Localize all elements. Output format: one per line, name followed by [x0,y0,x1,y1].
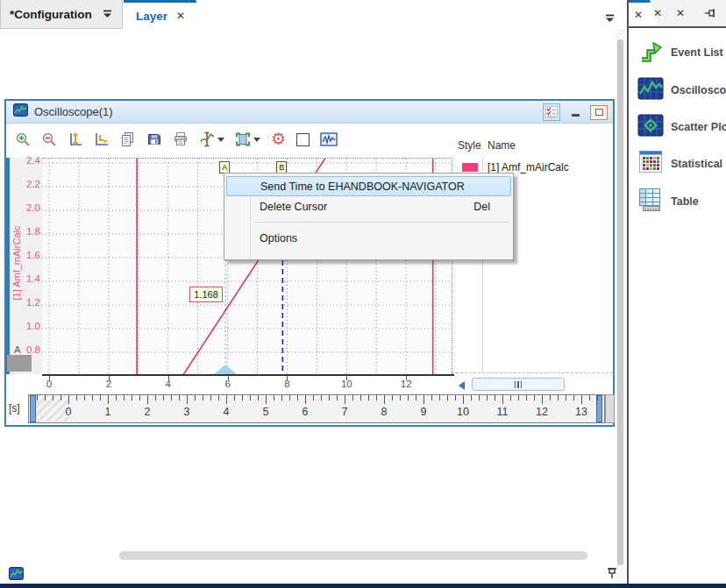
sidebar-item-label: Scatter Plot [671,121,726,133]
print-button[interactable] [171,129,190,150]
sidebar-item-event-list[interactable]: Event List [637,39,726,67]
zoom-in-button[interactable] [13,129,32,150]
ruler-number: 8 [374,406,394,418]
blank-box-icon [296,133,310,146]
ruler-tick [250,395,251,400]
ruler-tick [597,395,598,400]
ruler-tick [376,395,377,400]
x-tick-label: 12 [395,379,417,389]
chevron-down-icon[interactable] [103,6,112,22]
sidebar-item-oscilloscope[interactable]: Oscilloscope [637,76,726,104]
settings-button[interactable]: ⚙ [269,129,288,150]
ruler-tick [487,395,488,400]
ruler-tick [471,395,472,400]
document-tab-bar: *Configuration Layer ✕ [0,0,627,29]
y-tick-label: 2.2 [11,179,40,189]
ruler-tick [187,395,188,404]
main-vertical-scrollbar[interactable] [616,29,625,584]
menu-item-options[interactable]: Options [226,228,511,248]
ruler-tick [108,395,109,404]
ruler-tick [360,395,361,400]
arrange-tool-button[interactable] [233,129,262,150]
maximize-button[interactable] [590,105,608,120]
ruler-tick [542,395,543,404]
ruler-tick [53,395,53,400]
x-tick-label: 2 [97,379,120,389]
legend-scroll-left-arrow[interactable] [459,381,465,390]
legend-signal-name[interactable]: [1] Amf_mAirCalc [488,161,569,174]
ruler-tick [384,395,385,404]
ruler-tick [226,395,227,404]
vertical-scrollbar-thumb[interactable] [617,39,623,565]
sidebar-item-label: Oscilloscope [671,84,726,96]
ruler-number: 7 [335,406,354,418]
axis-cursor-marker: A [14,344,21,355]
sidebar-item-statistical-data[interactable]: Statistical Data [637,150,726,178]
legend-style-swatch[interactable] [462,163,478,172]
zoom-out-button[interactable] [39,129,59,150]
ruler-tick [139,395,140,400]
menu-item-delete-cursor[interactable]: Delete Cursor Del [226,196,511,216]
cursor-a-handle[interactable] [214,365,237,374]
cursor-b-flag[interactable]: B [276,161,287,174]
x-tick-label: 6 [217,379,239,389]
close-icon[interactable]: ✕ [176,10,185,22]
ruler-tick [313,395,314,400]
tab-layer[interactable]: Layer ✕ [124,0,210,29]
ruler-tick [100,395,101,400]
ruler-tick [431,395,432,400]
sidebar-tab-bar: ✕ ✕ ✕ [629,0,726,28]
menu-shortcut: Del [473,201,502,213]
legend-style-header: Style [458,139,481,152]
ruler-tick [573,395,574,400]
menu-separator [254,222,509,223]
x-tick-label: 8 [275,379,298,389]
oscilloscope-icon [637,77,664,103]
close-icon[interactable]: ✕ [676,7,685,19]
cursor-a-flag[interactable]: A [219,161,230,174]
ruler-tick [76,395,77,400]
oscilloscope-taskbar-icon[interactable] [9,567,24,584]
time-ruler[interactable]: 012345678910111213 [28,394,605,423]
cursor-tool-button[interactable] [197,129,226,150]
ruler-tick [518,395,519,400]
ruler-tick [124,395,125,400]
ruler-tick [132,395,132,400]
tab-configuration[interactable]: *Configuration [0,0,123,29]
chevron-down-icon[interactable] [253,138,260,142]
ruler-tick [526,395,527,400]
ruler-tick [566,395,566,400]
minimize-button[interactable] [567,104,583,120]
copy-button[interactable] [118,129,138,150]
ruler-tick [258,395,259,400]
ruler-tick [297,395,298,400]
sidebar-item-label: Table [671,195,699,208]
ruler-tick [171,395,172,400]
axis-handle[interactable] [7,355,32,372]
legend-scrollbar-thumb[interactable] [472,378,565,391]
display-box-toggle[interactable] [295,129,311,150]
sidebar-item-label: Event List [671,46,723,59]
ruler-range-start-handle[interactable] [30,395,36,422]
oscilloscope-display-toggle[interactable] [318,129,339,150]
sidebar-item-table[interactable]: Table [637,188,726,216]
menu-item-label: Options [260,232,297,244]
chevron-down-icon[interactable] [217,138,224,142]
window-titlebar[interactable]: Oscilloscope(1) [6,101,613,124]
menu-item-label: Send Time to EHANDBOOK-NAVIGATOR [260,181,465,193]
sidebar-item-scatter-plot[interactable]: Scatter Plot [637,113,726,141]
ruler-number: 12 [532,406,552,418]
close-icon[interactable]: ✕ [634,9,643,21]
ruler-tick [234,395,235,400]
pin-icon[interactable] [704,7,718,23]
signal-list-button[interactable] [543,103,560,121]
save-button[interactable] [145,129,164,150]
menu-item-send-time[interactable]: Send Time to EHANDBOOK-NAVIGATOR [226,176,511,196]
statistical-data-icon [637,150,664,178]
horizontal-scrollbar-thumb[interactable] [119,551,587,560]
fit-height-button[interactable] [66,129,85,150]
tab-list-chevron-icon[interactable] [605,11,615,26]
close-icon[interactable]: ✕ [653,7,662,19]
pin-icon[interactable] [606,565,618,583]
fit-width-button[interactable] [92,129,111,150]
